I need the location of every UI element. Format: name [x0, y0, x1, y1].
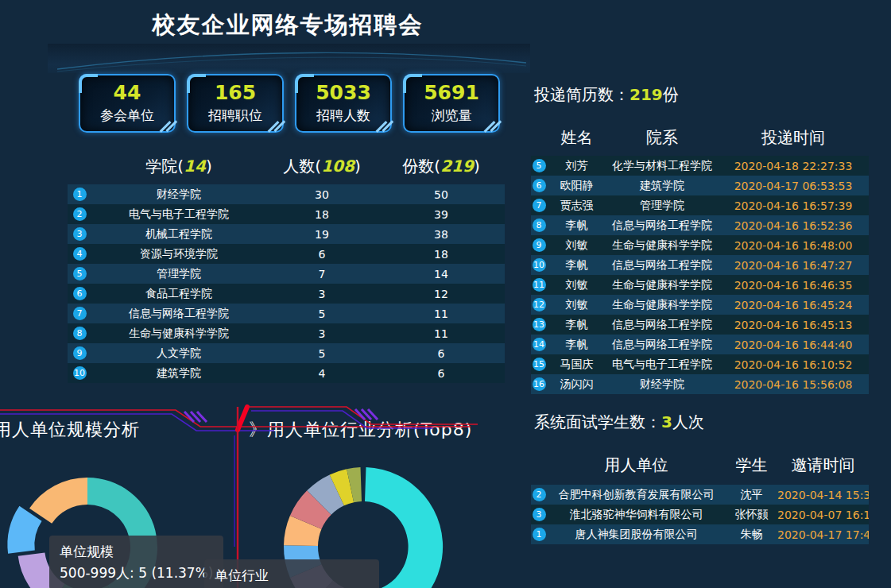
student-name: 刘芳 [547, 159, 606, 173]
table-row: 12 刘敏 生命与健康科学学院 2020-04-16 16:45:24 [531, 295, 869, 315]
stat-value: 5033 [316, 82, 371, 104]
stat-value: 44 [114, 82, 141, 104]
copies-count: 11 [378, 327, 505, 340]
college-name: 管理学院 [91, 267, 266, 281]
donut-slice[interactable] [29, 478, 87, 524]
rank-badge: 14 [533, 338, 546, 351]
copies-count: 14 [378, 268, 505, 280]
table-row: 14 李帆 信息与网络工程学院 2020-04-16 16:44:40 [531, 335, 869, 354]
header-student: 学生 [726, 455, 777, 476]
student-name: 李帆 [547, 258, 606, 273]
people-count: 5 [266, 347, 378, 360]
rank-badge: 6 [533, 179, 546, 192]
rank-badge: 9 [73, 346, 87, 360]
dept-name: 管理学院 [606, 199, 718, 213]
table-row: 13 李帆 信息与网络工程学院 2020-04-16 16:45:13 [531, 315, 869, 335]
student-name: 汤闪闪 [547, 377, 606, 392]
table-row: 8 生命与健康科学学院 3 11 [68, 323, 505, 343]
scale-chart-tooltip: 单位规模 500-999人: 5 (11.37%) [49, 536, 223, 588]
dept-name: 生命与健康科学学院 [606, 298, 718, 312]
student-name: 欧阳静 [547, 179, 606, 193]
people-count: 6 [266, 248, 378, 261]
rank-badge: 9 [533, 238, 546, 252]
college-name: 资源与环境学院 [91, 247, 266, 261]
stat-value: 5691 [424, 82, 479, 104]
tooltip-value: 500-999人: 5 (11.37%) [60, 563, 213, 584]
dept-name: 生命与健康科学学院 [606, 278, 718, 292]
header-college: 学院(14) [91, 156, 266, 177]
dept-name: 化学与材料工程学院 [606, 159, 718, 173]
submit-time: 2020-04-16 16:48:00 [718, 239, 869, 252]
table-row: 4 资源与环境学院 6 18 [68, 244, 505, 264]
table-row: 10 李帆 信息与网络工程学院 2020-04-16 16:47:27 [531, 255, 869, 275]
college-name: 信息与网络工程学院 [91, 307, 266, 321]
interview-table-body: 2 合肥中科创新教育发展有限公司 沈平 2020-04-14 15:35:54 … [531, 485, 869, 544]
student-name: 李帆 [547, 219, 606, 233]
table-row: 9 人文学院 5 6 [68, 343, 505, 363]
table-row: 10 建筑学院 4 6 [68, 363, 505, 383]
student-name: 李帆 [547, 338, 606, 352]
header-company: 用人单位 [547, 455, 726, 476]
submit-time: 2020-04-16 16:44:40 [718, 338, 869, 351]
rank-badge: 5 [73, 267, 87, 280]
copies-count: 12 [378, 288, 505, 300]
stat-label: 招聘职位 [208, 106, 262, 125]
table-row: 8 李帆 信息与网络工程学院 2020-04-16 16:52:36 [531, 215, 869, 235]
stat-cards: 44 参会单位 165 招聘职位 5033 招聘人数 5691 浏览量 [79, 74, 500, 133]
college-name: 食品工程学院 [91, 287, 266, 301]
resume-table: 姓名 院系 投递时间 5 刘芳 化学与材料工程学院 2020-04-18 22:… [531, 127, 869, 394]
college-name: 机械工程学院 [91, 227, 266, 242]
rank-badge: 8 [73, 327, 87, 340]
submit-time: 2020-04-16 16:47:27 [718, 259, 869, 272]
submit-time: 2020-04-16 16:45:13 [718, 319, 869, 331]
invite-time: 2020-04-17 17:45:14 [777, 528, 869, 541]
rank-badge: 2 [73, 207, 87, 221]
college-table-header: 学院(14) 人数(108) 份数(219) [68, 156, 505, 177]
rank-badge: 1 [533, 528, 546, 541]
company-name: 唐人神集团股份有限公司 [547, 528, 726, 542]
submit-time: 2020-04-16 16:52:36 [718, 219, 869, 232]
college-table-body: 1 财经学院 30 50 2 电气与电子工程学院 18 39 3 机械工程学院 … [68, 184, 505, 383]
table-row: 2 合肥中科创新教育发展有限公司 沈平 2020-04-14 15:35:54 [531, 485, 869, 505]
rank-badge: 5 [533, 159, 546, 172]
rank-badge: 4 [73, 247, 87, 261]
copies-count: 6 [378, 347, 505, 360]
people-count: 3 [266, 327, 378, 340]
rank-badge: 12 [533, 298, 546, 311]
resume-table-body: 5 刘芳 化学与材料工程学院 2020-04-18 22:27:33 6 欧阳静… [531, 156, 869, 394]
table-row: 2 电气与电子工程学院 18 39 [68, 204, 505, 224]
stat-label: 招聘人数 [316, 106, 370, 125]
copies-count: 18 [378, 248, 505, 261]
table-row: 7 信息与网络工程学院 5 11 [68, 304, 505, 323]
table-row: 3 淮北骆驼神华饲料有限公司 张怀颢 2020-04-07 16:19:38 [531, 505, 869, 524]
rank-badge: 15 [533, 358, 546, 371]
submit-time: 2020-04-18 22:27:33 [718, 160, 869, 172]
tooltip-series: 单位规模 [60, 541, 213, 563]
table-row: 6 食品工程学院 3 12 [68, 284, 505, 304]
table-row: 15 马国庆 电气与电子工程学院 2020-04-16 16:10:52 [531, 354, 869, 374]
invite-time: 2020-04-14 15:35:54 [777, 489, 869, 501]
dept-name: 电气与电子工程学院 [606, 358, 718, 372]
copies-count: 6 [378, 367, 505, 380]
student-name: 刘敏 [547, 238, 606, 253]
submit-time: 2020-04-16 16:57:39 [718, 199, 869, 212]
industry-chart-tooltip: 单位行业 [204, 559, 379, 588]
stat-card: 5033 招聘人数 [295, 74, 392, 133]
scale-chart-title: 用人单位规模分析 [0, 418, 140, 442]
dept-name: 建筑学院 [606, 179, 718, 193]
people-count: 18 [266, 208, 378, 221]
people-count: 30 [266, 188, 378, 201]
tooltip-series: 单位行业 [215, 565, 369, 586]
rank-badge: 7 [73, 307, 87, 320]
rank-badge: 10 [533, 258, 546, 272]
table-row: 9 刘敏 生命与健康科学学院 2020-04-16 16:48:00 [531, 235, 869, 255]
table-row: 5 刘芳 化学与材料工程学院 2020-04-18 22:27:33 [531, 156, 869, 176]
dept-name: 信息与网络工程学院 [606, 338, 718, 352]
student-name: 朱畅 [726, 528, 777, 542]
copies-count: 11 [378, 308, 505, 320]
rank-badge: 2 [533, 488, 546, 501]
people-count: 19 [266, 228, 378, 241]
stat-card: 44 参会单位 [79, 74, 176, 133]
interview-table: 用人单位 学生 邀请时间 2 合肥中科创新教育发展有限公司 沈平 2020-04… [531, 455, 869, 544]
student-name: 马国庆 [547, 358, 606, 372]
